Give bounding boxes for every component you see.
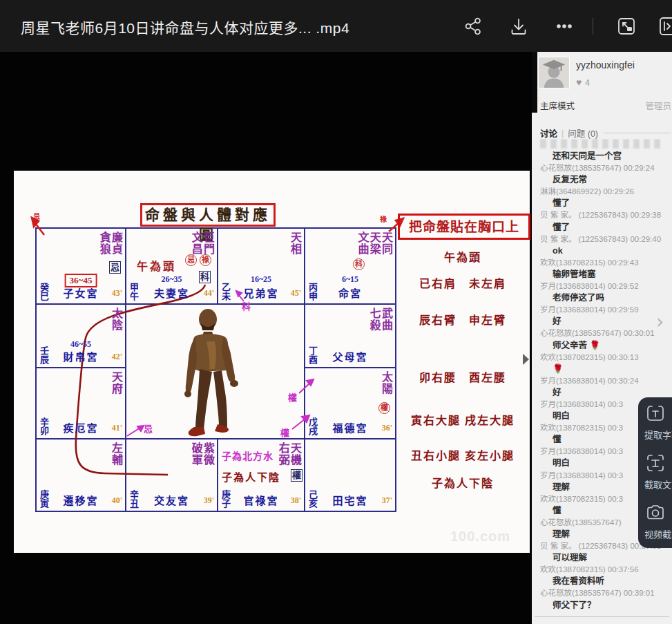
palace-qianyi: 左輔 庚寅 遷移宮 40' [36, 439, 126, 511]
chat-message: 反复无常 [532, 174, 672, 186]
chat-message: 懂了 [532, 222, 672, 234]
chat-message: 输卵管堵塞 [532, 269, 672, 281]
camera-icon [646, 503, 665, 522]
palace-minutes: 38' [291, 495, 301, 506]
palace-minutes: 37' [382, 495, 392, 506]
palace-minutes: 40' [112, 495, 122, 506]
human-figure [176, 305, 249, 442]
palace-tianzhai: 己亥 田宅宮 37' [305, 439, 396, 511]
sidebar-collapse-handle[interactable] [523, 354, 529, 365]
capture-text-button[interactable]: 截取文字 [638, 447, 672, 497]
chart-callout: 把命盤貼在胸口上 [398, 214, 530, 240]
palace-guanlu: 天機右弼 子為北方水 子為人下陰 權 庚子 官祿宮 38' [218, 439, 305, 511]
video-frame[interactable]: 命盤與人體對應圖 把命盤貼在胸口上 午為頭 已右肩 未左肩 辰右臂 申左臂 卯右… [0, 52, 532, 624]
chat-meta: 心花怒放(1385357647) 00:29:24 [532, 162, 672, 174]
chat-message: 师父下了？ [532, 600, 672, 612]
sidebar-tabs: 讨论 | 问题 (0) [540, 126, 672, 140]
chart-canvas: 命盤與人體對應圖 把命盤貼在胸口上 午為頭 已右肩 未左肩 辰右臂 申左臂 卯右… [14, 171, 530, 553]
subtitles-icon [646, 404, 665, 423]
mark-ji: 忌 [144, 422, 153, 435]
chat-message: 可以理解 [532, 552, 672, 564]
palace-name: 命宮 [305, 285, 396, 300]
avatar[interactable] [538, 57, 570, 88]
star: 天同 [381, 231, 392, 255]
tab-discussion[interactable]: 讨论 [540, 126, 557, 140]
video-title: 周星飞老师6月10日讲命盘与人体对应更多... .mp4 [21, 17, 349, 37]
screen-capture-icon[interactable] [616, 16, 637, 37]
palace-zinv: 廉貞貪狼 忌 36~45 癸巳 子女宮 43' [36, 228, 126, 304]
body-map-line: 辰右臂 申左臂 [396, 311, 530, 328]
body-map-line: 丑右小腿 亥左小腿 [396, 446, 530, 463]
more-icon[interactable] [554, 16, 575, 37]
palace-minutes: 41' [112, 423, 122, 433]
chat-meta: 岁月(1336838014) 00:29:59 [532, 304, 672, 316]
device-icon[interactable] [657, 16, 672, 37]
age-range: 26~35 [126, 274, 218, 285]
seal-ke: 科 [353, 258, 365, 270]
chat-bottom-divider [535, 616, 669, 617]
chat-meta: 欢欢(1387082315) 00:30:13 [532, 352, 672, 363]
star: 太陽 [381, 371, 392, 395]
body-map-line: 寅右大腿 戌左大腿 [396, 411, 530, 428]
chat-meta: 心花怒放(1385357647) 00:30:01 [532, 328, 672, 339]
note-zi-lower-body: 子為人下陰 [222, 469, 280, 484]
star: 武曲 [381, 308, 392, 331]
watermark: 100.com [450, 529, 510, 545]
chat-meta: 心花怒放(1385357647) 00:39:01 [532, 587, 672, 599]
mark-lu-topright: 祿 [380, 214, 387, 224]
body-map-line: 已右肩 未左肩 [396, 274, 530, 291]
mark-quan-1: 權 [288, 390, 297, 404]
star: 天相 [289, 231, 300, 255]
extract-subtitles-button[interactable]: 提取字幕 [638, 397, 672, 447]
star: 紫微 [202, 442, 213, 466]
boxed-quan: 權 [291, 469, 303, 482]
note-wu-head: 午為頭 [137, 257, 176, 274]
chat-message: 好 [532, 316, 672, 328]
chat-message: ok [532, 245, 672, 257]
titlebar: 周星飞老师6月10日讲命盘与人体对应更多... .mp4 [0, 0, 672, 52]
palace-jiaoyou: 紫微破軍 辛丑 交友宮 39' [126, 439, 218, 511]
capture-text-icon [646, 453, 665, 473]
role-label: 管理员 [645, 99, 671, 112]
age-range: 6~15 [305, 274, 396, 285]
boxed-ji: 忌 [109, 261, 121, 274]
chat-meta: 欢欢(1387082315) 00:37:56 [532, 564, 672, 576]
chat-message: 还和天同是一个宫 [532, 151, 672, 162]
mode-label: 主席模式 [540, 99, 575, 112]
palace-minutes: 39' [204, 495, 214, 506]
star: 左輔 [111, 442, 122, 466]
palace-caibo: 太陰 46~55 壬辰 財帛宮 42' [36, 304, 126, 368]
chevron-right-icon[interactable]: › [656, 312, 664, 332]
chat-meta-blurred [540, 139, 662, 149]
download-icon[interactable] [508, 16, 529, 37]
chat-message: 🌹 [532, 363, 672, 375]
star: 破軍 [190, 442, 201, 466]
video-screenshot-button[interactable]: 视频截图 [638, 497, 672, 547]
like-button[interactable]: ♥4 [576, 77, 590, 88]
seal-ji: 忌 [185, 254, 197, 266]
note-zi-north-water: 子為北方水 [222, 448, 273, 462]
share-icon[interactable] [463, 16, 483, 37]
body-map-line: 卯右腰 酉左腰 [396, 368, 530, 385]
tab-question[interactable]: 问题 (0) [568, 126, 598, 140]
tool-label: 提取字幕 [644, 428, 672, 441]
palace-fuqi: 巨門文昌 午為頭 忌 祿 科 26~35 甲午 夫妻宮 44' [126, 228, 218, 304]
star: 貪狼 [98, 231, 109, 255]
mark-ji-topleft: 忌 [33, 211, 40, 221]
palace-minutes: 45' [291, 288, 301, 299]
tab-rule [604, 133, 671, 133]
star: 廉貞 [111, 231, 122, 255]
chat-message: 老师停这了吗 [532, 292, 672, 304]
star: 巨門 [202, 231, 213, 255]
star: 文昌 [190, 231, 201, 255]
seal-quan: 權 [378, 402, 390, 414]
mark-quan-2: 權 [280, 426, 289, 439]
chat-meta: 欢欢(1387082315) 00:29:43 [532, 257, 672, 269]
heart-icon: ♥ [576, 77, 582, 88]
star: 天梁 [368, 231, 379, 255]
palace-minutes: 42' [112, 352, 122, 362]
capture-tools-panel: 提取字幕 截取文字 视频截图 [638, 397, 672, 548]
tool-label: 视频截图 [644, 527, 672, 540]
palace-xiongdi: 天相 16~25 乙未 兄弟宮 45' [218, 228, 305, 304]
app-window: 周星飞老师6月10日讲命盘与人体对应更多... .mp4 [0, 0, 672, 624]
